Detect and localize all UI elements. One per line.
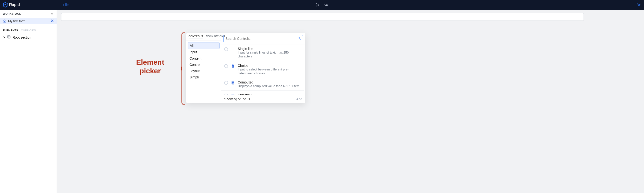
category-item[interactable]: Simpli — [188, 74, 220, 80]
svg-rect-9 — [232, 82, 234, 82]
annotation-line2: picker — [128, 67, 173, 75]
tab-elements[interactable]: ELEMENTS — [3, 29, 18, 32]
result-title: Choice — [238, 64, 301, 68]
picker-footer: Showing 51 of 51 Add — [221, 95, 305, 103]
sidebar: WORKSPACE My first form ELEMENTS OVERVIE… — [0, 10, 57, 193]
svg-point-13 — [232, 83, 233, 84]
svg-rect-6 — [232, 65, 234, 68]
category-list: AllInputContentControlLayoutSimpli — [186, 41, 221, 82]
workspace-header-label: WORKSPACE — [3, 12, 21, 15]
svg-point-5 — [298, 37, 300, 39]
category-item[interactable]: All — [188, 42, 220, 49]
svg-point-14 — [233, 83, 233, 84]
picker-right: Single lineInput for single lines of tex… — [221, 33, 305, 103]
calculator-icon — [230, 80, 235, 85]
svg-rect-2 — [8, 36, 10, 38]
picker-left: CONTROLS CONNECTIONS AllInputContentCont… — [186, 33, 221, 103]
result-title: Currency — [238, 93, 301, 95]
topbar: Rapid File — [0, 0, 644, 10]
svg-point-11 — [233, 83, 233, 83]
text-icon — [230, 47, 235, 52]
radio-icon[interactable] — [224, 64, 228, 68]
result-title: Computed — [238, 80, 301, 84]
section-icon — [7, 35, 10, 39]
result-row[interactable]: ComputedDisplays a computed value for a … — [221, 78, 304, 91]
tree-row-label: Root section — [12, 36, 31, 39]
annotation-line1: Element — [128, 58, 173, 67]
svg-point-12 — [233, 83, 234, 83]
result-text: ChoiceInput to select between different … — [238, 64, 301, 76]
chevron-down-icon — [50, 12, 54, 16]
sidebar-item-form[interactable]: My first form — [0, 18, 56, 24]
form-title-input[interactable] — [61, 13, 584, 21]
result-desc: Input to select between different pre-de… — [238, 68, 301, 76]
svg-point-15 — [233, 83, 234, 84]
sidebar-item-label: My first form — [8, 19, 26, 23]
results-list: Single lineInput for single lines of tex… — [221, 44, 305, 95]
tab-controls[interactable]: CONTROLS — [188, 35, 203, 39]
canvas: Element picker CONTROLS CONNECTIONS AllI… — [57, 10, 644, 193]
file-menu[interactable]: File — [63, 3, 69, 7]
element-picker: CONTROLS CONNECTIONS AllInputContentCont… — [186, 33, 306, 103]
svg-point-0 — [326, 4, 327, 6]
search-icon — [297, 37, 301, 41]
radio-icon[interactable] — [224, 47, 228, 51]
wand-icon[interactable] — [316, 3, 320, 7]
chevron-right-icon — [3, 36, 5, 39]
eye-icon[interactable] — [324, 3, 328, 7]
money-icon — [230, 93, 235, 95]
close-icon[interactable] — [51, 19, 54, 23]
category-item[interactable]: Content — [188, 55, 220, 62]
result-text: Single lineInput for single lines of tex… — [238, 47, 301, 59]
radio-icon[interactable] — [224, 81, 228, 85]
add-button[interactable]: Add — [296, 97, 302, 101]
search-input[interactable] — [226, 37, 297, 41]
result-desc: Input for single lines of text, max 250 … — [238, 51, 301, 59]
brand-name: Rapid — [9, 3, 20, 7]
svg-point-1 — [638, 4, 640, 6]
theme-toggle-icon[interactable] — [637, 3, 641, 7]
topbar-center-icons — [316, 3, 328, 7]
search-wrap — [221, 33, 305, 44]
tab-overview[interactable]: OVERVIEW — [21, 29, 36, 32]
check-circle-icon — [3, 20, 6, 23]
annotation-label: Element picker — [128, 58, 173, 75]
result-text: ComputedDisplays a computed value for a … — [238, 80, 301, 88]
category-item[interactable]: Layout — [188, 68, 220, 74]
category-item[interactable]: Control — [188, 62, 220, 68]
clipboard-icon — [230, 64, 235, 69]
brand-logo-icon — [3, 2, 8, 8]
result-row[interactable]: Single lineInput for single lines of tex… — [221, 44, 304, 61]
tree-row-root[interactable]: Root section — [0, 34, 56, 41]
bracket-icon — [181, 32, 186, 105]
result-text: CurrencyInput for fiscal values, configu… — [238, 93, 301, 95]
result-desc: Displays a computed value for a RAPID it… — [238, 84, 301, 88]
result-title: Single line — [238, 47, 301, 51]
main: WORKSPACE My first form ELEMENTS OVERVIE… — [0, 10, 644, 193]
workspace-header[interactable]: WORKSPACE — [0, 10, 56, 18]
svg-point-10 — [232, 83, 233, 83]
picker-tabs: CONTROLS CONNECTIONS — [186, 33, 221, 41]
svg-rect-7 — [232, 64, 234, 65]
sidebar-tabs: ELEMENTS OVERVIEW — [0, 26, 56, 34]
showing-count: Showing 51 of 51 — [224, 97, 250, 101]
result-row[interactable]: CurrencyInput for fiscal values, configu… — [221, 91, 304, 95]
category-item[interactable]: Input — [188, 49, 220, 55]
search-box[interactable] — [223, 35, 303, 42]
result-row[interactable]: ChoiceInput to select between different … — [221, 61, 304, 78]
brand: Rapid — [3, 2, 20, 8]
